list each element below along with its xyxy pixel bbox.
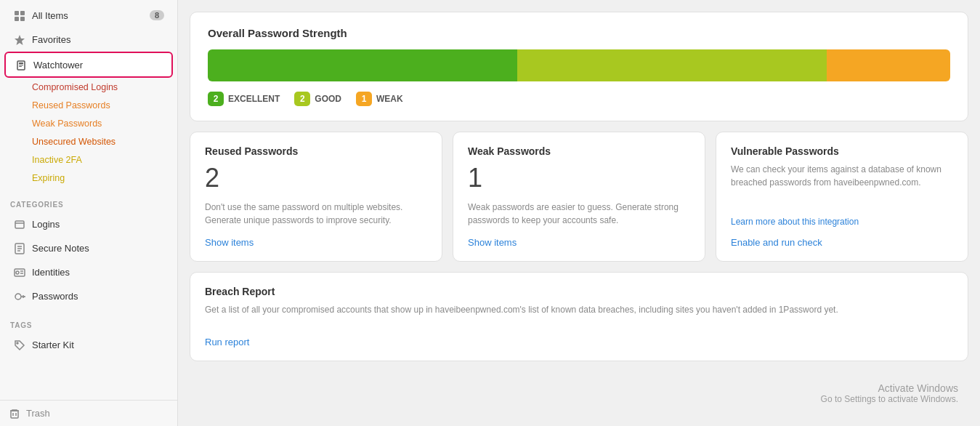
sidebar-item-passwords[interactable]: Passwords <box>4 284 173 308</box>
svg-rect-3 <box>20 17 25 21</box>
legend-good: 2 GOOD <box>294 92 341 106</box>
breach-title: Breach Report <box>205 286 953 297</box>
weak-title: Weak Passwords <box>468 145 690 157</box>
all-items-badge: 8 <box>150 10 164 20</box>
svg-rect-7 <box>19 65 23 65</box>
svg-rect-2 <box>15 17 19 21</box>
tag-icon <box>13 338 26 351</box>
inactive-2fa-label: Inactive 2FA <box>32 155 82 165</box>
identity-icon <box>13 265 26 278</box>
svg-point-23 <box>17 342 18 344</box>
enable-run-check-link[interactable]: Enable and run check <box>731 237 953 248</box>
svg-rect-9 <box>15 221 24 228</box>
svg-marker-4 <box>15 35 25 45</box>
watchtower-icon <box>15 58 28 71</box>
excellent-label: EXCELLENT <box>228 94 280 104</box>
run-report-link[interactable]: Run report <box>205 337 249 347</box>
strength-title: Overall Password Strength <box>208 27 950 39</box>
excellent-badge: 2 <box>208 92 224 106</box>
sidebar-item-label: Watchtower <box>33 60 163 71</box>
sidebar-item-compromised-logins[interactable]: Compromised Logins <box>4 79 173 96</box>
tags-label: TAGS <box>0 314 177 332</box>
trash-label: Trash <box>26 408 50 419</box>
vulnerable-desc: We can check your items against a databa… <box>731 163 953 214</box>
vulnerable-passwords-card: Vulnerable Passwords We can check your i… <box>716 132 968 262</box>
sidebar-item-favorites[interactable]: Favorites <box>4 28 173 51</box>
sidebar-item-weak-passwords[interactable]: Weak Passwords <box>4 115 173 132</box>
weak-count: 1 <box>468 163 690 193</box>
expiring-label: Expiring <box>32 173 65 183</box>
breach-desc: Get a list of all your compromised accou… <box>205 303 953 316</box>
sidebar-item-unsecured-websites[interactable]: Unsecured Websites <box>4 133 173 150</box>
strength-bar-weak <box>827 49 950 81</box>
weak-passwords-card: Weak Passwords 1 Weak passwords are easi… <box>453 132 705 262</box>
categories-label: CATEGORIES <box>0 193 177 212</box>
sidebar-item-label: Favorites <box>32 34 164 45</box>
login-icon <box>13 217 26 230</box>
legend-weak: 1 WEAK <box>356 92 403 106</box>
sidebar-item-logins[interactable]: Logins <box>4 212 173 236</box>
sidebar-item-secure-notes[interactable]: Secure Notes <box>4 236 173 260</box>
svg-rect-24 <box>11 411 18 418</box>
sidebar-item-identities[interactable]: Identities <box>4 260 173 284</box>
sidebar-categories-section: CATEGORIES Logins Secure Notes <box>0 190 177 311</box>
sidebar-item-label: Passwords <box>32 291 164 302</box>
reused-show-items-link[interactable]: Show items <box>205 237 427 248</box>
svg-rect-8 <box>19 66 22 67</box>
weak-passwords-label: Weak Passwords <box>32 118 102 129</box>
learn-more-link[interactable]: Learn more about this integration <box>731 217 953 227</box>
password-strength-card: Overall Password Strength 2 EXCELLENT 2 … <box>190 12 968 121</box>
strength-bar-good <box>517 49 827 81</box>
sidebar-item-watchtower[interactable]: Watchtower <box>4 52 173 78</box>
compromised-logins-label: Compromised Logins <box>32 82 118 92</box>
sidebar-bottom: Trash <box>0 400 177 426</box>
sidebar-item-trash[interactable]: Trash <box>0 401 177 426</box>
good-label: GOOD <box>315 94 341 104</box>
info-cards-row: Reused Passwords 2 Don't use the same pa… <box>190 132 968 262</box>
svg-rect-6 <box>19 63 23 64</box>
reused-count: 2 <box>205 163 427 193</box>
good-badge: 2 <box>294 92 310 106</box>
grid-icon <box>13 9 26 22</box>
sidebar: All Items 8 Favorites Watchtowe <box>0 0 178 426</box>
reused-passwords-card: Reused Passwords 2 Don't use the same pa… <box>190 132 442 262</box>
vulnerable-title: Vulnerable Passwords <box>731 145 953 157</box>
sidebar-item-label: Secure Notes <box>32 243 164 254</box>
sidebar-item-label: All Items <box>32 10 144 21</box>
password-icon <box>13 289 26 302</box>
unsecured-websites-label: Unsecured Websites <box>32 137 116 147</box>
main-content: Overall Password Strength 2 EXCELLENT 2 … <box>178 0 980 426</box>
sidebar-item-inactive-2fa[interactable]: Inactive 2FA <box>4 151 173 169</box>
svg-point-19 <box>15 294 21 300</box>
strength-legend: 2 EXCELLENT 2 GOOD 1 WEAK <box>208 92 950 106</box>
breach-report-card: Breach Report Get a list of all your com… <box>190 272 968 361</box>
star-icon <box>13 33 26 46</box>
weak-badge: 1 <box>356 92 372 106</box>
strength-bar-excellent <box>208 49 517 81</box>
svg-point-16 <box>16 271 19 274</box>
reused-title: Reused Passwords <box>205 145 427 157</box>
strength-bar <box>208 49 950 81</box>
sidebar-item-label: Starter Kit <box>32 339 164 350</box>
trash-icon <box>9 407 20 419</box>
sidebar-item-reused-passwords[interactable]: Reused Passwords <box>4 97 173 114</box>
sidebar-main-section: All Items 8 Favorites Watchtowe <box>0 0 177 190</box>
weak-desc: Weak passwords are easier to guess. Gene… <box>468 201 690 227</box>
legend-excellent: 2 EXCELLENT <box>208 92 280 106</box>
sidebar-item-expiring[interactable]: Expiring <box>4 169 173 187</box>
sidebar-tags-section: TAGS Starter Kit <box>0 311 177 360</box>
sidebar-item-all-items[interactable]: All Items 8 <box>4 4 173 27</box>
sidebar-item-starter-kit[interactable]: Starter Kit <box>4 333 173 356</box>
weak-show-items-link[interactable]: Show items <box>468 237 690 248</box>
weak-label: WEAK <box>376 94 403 104</box>
reused-passwords-label: Reused Passwords <box>32 100 110 110</box>
svg-rect-0 <box>15 11 19 15</box>
sidebar-item-label: Logins <box>32 219 164 230</box>
note-icon <box>13 241 26 254</box>
sidebar-item-label: Identities <box>32 267 164 278</box>
svg-rect-1 <box>20 11 25 15</box>
reused-desc: Don't use the same password on multiple … <box>205 201 427 227</box>
